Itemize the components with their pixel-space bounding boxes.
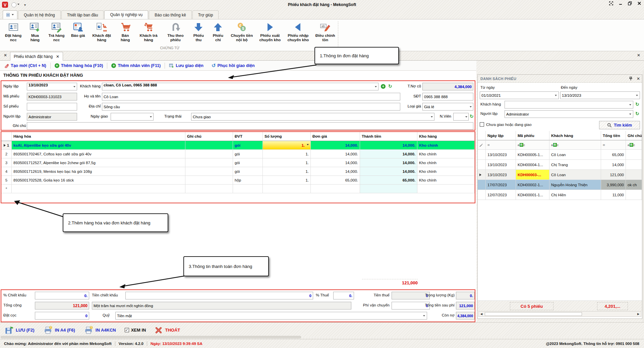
nguoi-lap-field[interactable]: Administrator [27, 113, 77, 121]
pct-chiet-khau-field[interactable]: 0. [35, 292, 89, 299]
filter-cell[interactable]: aBc [516, 140, 549, 150]
so-phieu-field[interactable] [27, 103, 77, 111]
toolbar-mua-hang[interactable]: Mua hàng [25, 20, 45, 42]
ho-va-ten-field[interactable]: Cô Loan [102, 93, 400, 100]
col-header[interactable]: Số lượng [263, 132, 311, 141]
toolbar-tra-hang-ncc[interactable]: Trả hàng ncc [45, 20, 68, 42]
dat-coc-field[interactable]: 0 [35, 312, 89, 320]
chevron-down-icon[interactable] [150, 116, 152, 119]
panel-khach-hang-field[interactable] [505, 101, 633, 109]
filter-cell[interactable]: aBc [626, 140, 642, 150]
toolbar-phieu-chi[interactable]: Phiếu chi [208, 20, 228, 42]
col-header[interactable]: Mã phiếu [516, 131, 549, 140]
chua-giao-checkbox[interactable]: Chưa giao hoặc đang giao [480, 122, 532, 127]
col-header[interactable]: Thành tiền [360, 132, 417, 141]
toolbar-chuyen-tien-noi-bo[interactable]: €$ Chuyển tiền nội bộ [228, 20, 256, 42]
pct-thue-field[interactable]: 0. [333, 292, 354, 299]
col-header[interactable]: Hàng hóa [12, 132, 185, 141]
filter-cell[interactable]: = [601, 140, 626, 150]
chevron-down-icon[interactable] [375, 86, 377, 88]
close-tab-icon[interactable]: ✕ [56, 54, 59, 59]
loai-gia-field[interactable]: Giá lẻ [422, 103, 473, 111]
refresh-icon[interactable]: ↻ [470, 114, 474, 119]
sdt-field[interactable]: 0965 388 888 [422, 93, 473, 100]
toolbar-phieu-xuat-chuyen-kho[interactable]: Phiếu xuất chuyển kho [256, 20, 284, 42]
chevron-down-icon[interactable] [629, 114, 631, 116]
refresh-icon[interactable]: ↻ [635, 102, 639, 107]
toolbar-khach-tra-hang[interactable]: Khách trả hàng [135, 20, 162, 42]
search-button[interactable]: Tìm kiếm [599, 121, 640, 129]
ngay-lap-field[interactable]: 13/10/2023 [27, 83, 77, 90]
col-header[interactable]: Ngày lập [486, 131, 516, 140]
col-header[interactable]: Khách hàng [549, 131, 601, 140]
save-button[interactable]: LƯU (F2) [5, 326, 35, 335]
ghi-chu-field[interactable] [27, 122, 473, 130]
new-record-button[interactable]: Tạo mới (Ctrl + N) [0, 63, 50, 68]
chevron-down-icon[interactable] [555, 95, 557, 97]
tab-quan-ly-nghiep-vu[interactable]: Quản lý nghiệp vụ [104, 10, 148, 19]
toolbar-dat-hang-ncc[interactable]: Đặt hàng ncc [1, 20, 25, 42]
col-header[interactable]: Tổng tiền [601, 131, 626, 140]
minimize-icon[interactable] [619, 1, 623, 5]
panel-horizontal-scrollbar[interactable]: ◀ ▶ [478, 311, 641, 317]
tab-bao-cao-thong-ke[interactable]: Báo cáo thống kê [149, 10, 191, 19]
den-ngay-field[interactable]: 13/10/2023 [560, 91, 640, 99]
toolbar-thu-theo-phieu[interactable]: Thu theo phiếu [162, 20, 189, 42]
col-header[interactable]: Ghi chú [626, 131, 642, 140]
toolbar-bao-gia[interactable]: Báo giá [68, 20, 88, 38]
add-customer-icon[interactable]: + [381, 84, 386, 89]
col-header[interactable]: Kho hàng [417, 132, 475, 141]
tab-thiet-lap-ban-dau[interactable]: Thiết lập ban đầu [61, 10, 104, 19]
trang-thai-field[interactable]: Chưa giao [191, 113, 434, 121]
pin-icon[interactable] [629, 77, 633, 81]
chevron-down-icon[interactable] [636, 95, 638, 97]
restore-layout-button[interactable]: ↺ Phục hồi giao diện [208, 63, 259, 69]
dia-chi-field[interactable]: Sông cầu [102, 103, 400, 111]
toolbar-khach-dat-hang[interactable]: Khách đặt hàng [88, 20, 116, 42]
chevron-down-icon[interactable] [431, 116, 433, 119]
print-a4kcn-button[interactable]: ? IN A4KCN [84, 326, 116, 335]
refresh-icon[interactable]: ↻ [635, 111, 639, 116]
close-icon[interactable] [637, 1, 641, 5]
tu-ngay-field[interactable]: 01/10/2021 [480, 91, 559, 99]
scroll-right-icon[interactable]: ▶ [636, 312, 641, 316]
n-vien-field[interactable] [453, 113, 469, 121]
chevron-down-icon[interactable] [629, 104, 631, 107]
filter-cell[interactable]: aBc [549, 140, 601, 150]
refresh-icon[interactable]: ↻ [388, 84, 392, 88]
toolbar-dieu-chinh-ton[interactable]: ab Điều chỉnh tồn [312, 20, 338, 42]
toolbar-ban-hang[interactable]: Bán hàng [116, 20, 135, 42]
toolbar-phieu-nhap-chuyen-kho[interactable]: Phiếu nhập chuyển kho [284, 20, 312, 42]
filter-cell[interactable]: = [486, 140, 516, 150]
exit-button[interactable]: THOÁT [155, 326, 180, 334]
add-staff-button[interactable]: + Thêm nhân viên (F11) [107, 63, 165, 68]
quy-field[interactable]: Tiền mặt [115, 312, 427, 320]
restore-icon[interactable] [628, 1, 632, 5]
qty-cell[interactable]: 1. [263, 141, 311, 150]
ngay-giao-field[interactable] [111, 113, 154, 121]
tab-quan-tri-he-thong[interactable]: Quản trị hệ thống [18, 10, 61, 19]
tien-chiet-khau-field[interactable]: 0 [125, 292, 313, 299]
tab-phieu-khach-dat-hang[interactable]: Phiếu khách đặt hàng ✕ [10, 52, 63, 61]
vertical-scrollbar-track[interactable] [642, 71, 644, 322]
chevron-down-icon[interactable] [465, 116, 467, 119]
col-header[interactable]: Ghi chú [185, 132, 233, 141]
chevron-down-icon[interactable] [307, 144, 309, 146]
print-a4-button[interactable]: ? IN A4 (F6) [43, 326, 75, 335]
chevron-down-icon[interactable] [470, 106, 472, 109]
close-icon[interactable]: ✕ [637, 76, 640, 81]
close-all-tabs-icon[interactable]: ✕ [3, 53, 8, 58]
scroll-left-icon[interactable]: ◀ [479, 312, 484, 316]
close-panel-icon[interactable]: ✕ [636, 53, 641, 58]
app-menu-button[interactable] [3, 10, 17, 19]
khach-hang-field[interactable]: cloan, Cô Loan, 0965 388 888 [102, 83, 378, 90]
col-header[interactable]: Đơn giá [311, 132, 360, 141]
save-layout-button[interactable]: Lưu giao diện [165, 63, 208, 68]
ma-phieu-field[interactable]: KDH00003-131023 [27, 93, 77, 100]
chevron-down-icon[interactable] [73, 86, 75, 88]
preview-checkbox[interactable]: ✓ XEM IN [125, 328, 146, 333]
horizontal-scrollbar-thumb[interactable] [1, 336, 301, 338]
panel-nguoi-lap-field[interactable]: Administrator [505, 110, 633, 118]
scrollbar-thumb[interactable] [485, 312, 582, 316]
col-header[interactable]: ĐVT [233, 132, 263, 141]
